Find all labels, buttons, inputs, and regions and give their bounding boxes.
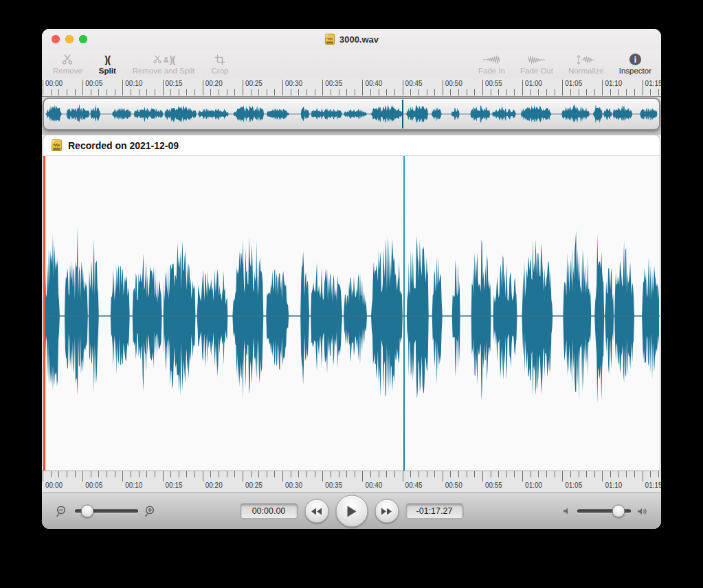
fade-in-icon xyxy=(482,53,501,66)
elapsed-time-display: 00:00.00 xyxy=(240,504,298,519)
ruler-label: 00:10 xyxy=(125,80,142,87)
track-header: Recorded on 2021-12-09 xyxy=(43,135,660,156)
window-title: 3000.wav xyxy=(339,34,379,45)
ruler-label: 01:05 xyxy=(565,482,582,489)
minimize-button[interactable] xyxy=(65,35,74,43)
ruler-label: 00:00 xyxy=(45,482,63,489)
main-waveform-graphic xyxy=(43,156,660,471)
ruler-label: 00:55 xyxy=(485,482,502,489)
ruler-label: 00:45 xyxy=(405,80,423,87)
scissors-and-split-icon: & )( xyxy=(153,53,175,66)
ruler-label: 00:05 xyxy=(85,482,102,489)
waveform-editor[interactable] xyxy=(43,156,660,471)
fade-out-icon xyxy=(527,53,546,66)
ruler-label: 00:05 xyxy=(85,80,102,87)
scissors-icon xyxy=(61,53,74,66)
audio-file-icon xyxy=(51,139,63,151)
ruler-label: 00:50 xyxy=(445,482,462,489)
crop-button[interactable]: Crop xyxy=(212,53,229,75)
ruler-label: 00:40 xyxy=(365,482,382,489)
zoom-control xyxy=(56,504,157,518)
ruler-label: 01:15 xyxy=(645,482,661,489)
zoom-window-button[interactable] xyxy=(79,35,87,43)
close-button[interactable] xyxy=(52,35,60,43)
ruler-label: 00:55 xyxy=(485,80,502,87)
selection-start-marker xyxy=(43,156,45,471)
ruler-label: 00:35 xyxy=(325,80,342,87)
toolbar: Remove )( Split & )( Remove and xyxy=(42,49,661,78)
fade-out-button[interactable]: Fade Out xyxy=(520,53,553,75)
speaker-loud-icon[interactable] xyxy=(637,507,649,516)
ruler-label: 01:15 xyxy=(645,80,661,87)
overview-band xyxy=(42,97,661,135)
rewind-button[interactable] xyxy=(304,499,328,523)
speaker-quiet-icon[interactable] xyxy=(563,507,571,515)
ruler-label: 00:20 xyxy=(205,80,223,87)
overview-waveform-graphic xyxy=(45,100,658,128)
timeline-ruler-top[interactable]: 00:0000:0500:1000:1500:2000:2500:3000:35… xyxy=(42,78,661,97)
audio-file-icon xyxy=(324,34,335,45)
ruler-label: 01:00 xyxy=(525,482,542,489)
zoom-in-icon[interactable] xyxy=(144,505,157,518)
ruler-label: 00:25 xyxy=(245,80,263,87)
timeline-ruler-bottom[interactable]: 00:0000:0500:1000:1500:2000:2500:3000:35… xyxy=(42,471,661,493)
volume-slider[interactable] xyxy=(577,504,631,518)
ruler-label: 00:45 xyxy=(405,482,423,489)
fast-forward-button[interactable] xyxy=(375,499,399,523)
ruler-label: 01:10 xyxy=(605,80,622,87)
ruler-label: 01:00 xyxy=(525,80,542,87)
ruler-label: 00:40 xyxy=(365,80,382,87)
split-icon: )( xyxy=(104,53,110,66)
fade-in-button[interactable]: Fade In xyxy=(478,53,505,75)
ruler-label: 00:00 xyxy=(45,80,63,87)
zoom-slider-knob[interactable] xyxy=(81,505,94,518)
play-button[interactable] xyxy=(335,495,368,528)
ruler-label: 00:20 xyxy=(205,482,223,489)
playhead-marker[interactable] xyxy=(403,156,405,471)
ruler-label: 01:10 xyxy=(605,482,622,489)
waveform-overview[interactable] xyxy=(43,98,660,131)
inspector-button[interactable]: i Inspector xyxy=(619,53,651,75)
track-title: Recorded on 2021-12-09 xyxy=(68,140,179,151)
crop-icon xyxy=(214,53,225,66)
remove-and-split-button[interactable]: & )( Remove and Split xyxy=(133,53,195,75)
ruler-label: 00:15 xyxy=(166,482,183,489)
ruler-label: 00:15 xyxy=(166,80,183,87)
zoom-slider[interactable] xyxy=(75,504,138,518)
ruler-label: 00:50 xyxy=(445,80,462,87)
info-icon: i xyxy=(629,53,641,66)
zoom-out-icon[interactable] xyxy=(56,505,69,518)
title-bar[interactable]: 3000.wav xyxy=(42,29,661,49)
traffic-lights xyxy=(52,35,87,43)
remaining-time-display: -01:17.27 xyxy=(405,504,463,519)
transport-controls: 00:00.00 -01:17.27 xyxy=(240,495,463,528)
control-bar: 00:00.00 -01:17.27 xyxy=(42,493,661,529)
overview-playhead-marker[interactable] xyxy=(402,100,403,128)
ruler-label: 01:05 xyxy=(565,80,582,87)
ruler-label: 00:10 xyxy=(125,482,142,489)
ruler-label: 00:35 xyxy=(325,482,342,489)
ruler-label: 00:30 xyxy=(285,482,302,489)
volume-control xyxy=(563,504,649,518)
normalize-icon xyxy=(577,53,596,66)
volume-slider-knob[interactable] xyxy=(612,505,625,518)
split-button[interactable]: )( Split xyxy=(99,53,116,75)
track-panel: Recorded on 2021-12-09 xyxy=(43,135,660,471)
normalize-button[interactable]: Normalize xyxy=(568,53,604,75)
ruler-label: 00:25 xyxy=(245,482,263,489)
screen-background: 3000.wav Remove )( Split xyxy=(0,0,703,588)
remove-button[interactable]: Remove xyxy=(53,53,82,75)
ruler-label: 00:30 xyxy=(285,80,302,87)
app-window: 3000.wav Remove )( Split xyxy=(42,29,661,529)
